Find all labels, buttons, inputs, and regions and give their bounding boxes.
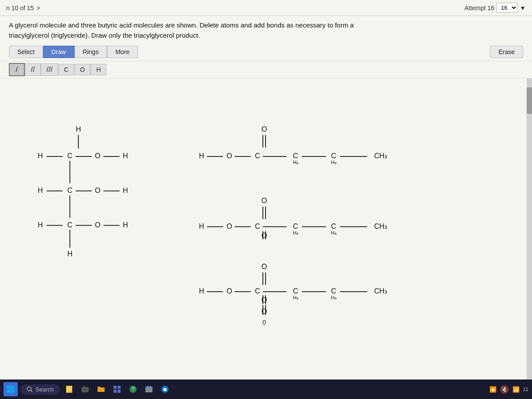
taskbar-edge-icon[interactable] (158, 383, 172, 396)
taskbar: Search (0, 379, 532, 399)
svg-point-11 (84, 388, 87, 391)
drawing-area[interactable]: .atom { font-family: Arial, sans-serif; … (0, 78, 532, 379)
vertical-scrollbar[interactable] (527, 78, 532, 379)
ba2-o-top: O (262, 196, 267, 204)
ba2-c2: C (293, 222, 298, 230)
ba2-h3-sub: H₂ (331, 230, 336, 235)
ba3-h: H (199, 287, 204, 295)
ba1-o: O (227, 152, 232, 160)
attempt-label: Attempt 16 (464, 4, 494, 12)
chevron-up-icon[interactable]: 🔼 (489, 386, 497, 393)
question-number: n 10 of 15 (6, 4, 34, 12)
svg-text:?: ? (132, 386, 135, 392)
single-bond-button[interactable]: / (9, 63, 25, 76)
select-button[interactable]: Select (9, 46, 43, 58)
ba3-o-bot: O (262, 296, 267, 304)
ba2-ch3: CH₃ (374, 222, 387, 230)
file-icon (65, 385, 74, 394)
chevron-icon[interactable]: > (36, 4, 40, 12)
svg-rect-13 (113, 386, 117, 389)
glycerol-o3: O (95, 221, 101, 229)
glycerol-o2: O (95, 186, 101, 194)
attempt-info: Attempt 16 16 15 14 ▼ (464, 3, 526, 13)
glycerol-h-top: H (76, 125, 81, 133)
triple-bond-button[interactable]: /// (41, 63, 58, 76)
svg-line-5 (31, 391, 33, 392)
taskbar-camera-icon[interactable] (78, 383, 92, 396)
ba3-o: O (227, 287, 232, 295)
more-button[interactable]: More (107, 46, 138, 58)
taskbar-file-icon[interactable] (63, 383, 76, 396)
ba1-h3-sub: H₂ (331, 160, 336, 165)
search-label: Search (35, 386, 54, 393)
ba2-c3: C (331, 222, 336, 230)
question-panel: n 10 of 15 > Attempt 16 16 15 14 ▼ A gly… (0, 0, 532, 379)
ba3-h2-sub: H₂ (293, 295, 298, 300)
taskbar-folder-icon[interactable] (94, 383, 108, 396)
top-bar: n 10 of 15 > Attempt 16 16 15 14 ▼ (0, 0, 532, 16)
start-button[interactable] (4, 382, 18, 396)
time-value: 11 (523, 387, 528, 392)
ba3-c3: C (331, 287, 336, 295)
svg-rect-15 (113, 390, 117, 393)
scrollbar-thumb[interactable] (527, 87, 532, 114)
ba3-c-carbonyl: C (255, 287, 260, 295)
main-toolbar: Select Draw Rings More Erase (0, 43, 532, 61)
taskbar-search-bar[interactable]: Search (20, 384, 60, 395)
taskbar-right-area: 🔼 🔇 📶 11 (489, 385, 528, 394)
ba3-o-top: O (262, 262, 267, 270)
atom-o-button[interactable]: O (74, 64, 90, 75)
attempt-dropdown[interactable]: 16 15 14 (496, 3, 518, 13)
bond-atom-toolbar: / // /// C O H (0, 61, 532, 78)
svg-rect-3 (11, 390, 15, 393)
rings-button[interactable]: Rings (74, 46, 107, 58)
calendar-icon (145, 385, 153, 394)
taskbar-calendar-icon[interactable] (142, 383, 156, 396)
ba1-c3: C (331, 152, 336, 160)
draw-button[interactable]: Draw (43, 46, 74, 58)
double-bond-button[interactable]: // (25, 63, 41, 76)
glycerol-c2: C (67, 186, 73, 194)
ba3-label-bottom: 0 (262, 319, 266, 326)
glycerol-o1: O (95, 152, 101, 160)
taskbar-help-icon[interactable]: ? (126, 383, 140, 396)
atom-c-button[interactable]: C (58, 64, 74, 75)
molecule-diagram: .atom { font-family: Arial, sans-serif; … (0, 78, 532, 379)
ba2-h: H (199, 222, 204, 230)
svg-rect-22 (150, 386, 151, 387)
ba3-ch3: CH₃ (374, 287, 387, 295)
grid-icon (113, 385, 121, 394)
ba3-o-btm: O (262, 307, 267, 315)
svg-rect-20 (145, 387, 153, 388)
ba2-o-bot: O (262, 231, 267, 239)
glycerol-hbot: H (67, 250, 73, 258)
svg-point-4 (27, 387, 31, 391)
svg-rect-12 (83, 386, 85, 387)
svg-rect-0 (7, 386, 11, 389)
glycerol-h3r: H (123, 221, 128, 229)
dropdown-icon: ▼ (520, 4, 526, 12)
ba2-o: O (227, 222, 232, 230)
taskbar-grid-icon[interactable] (110, 383, 124, 396)
folder-icon (97, 385, 106, 394)
ba2-h2-sub: H₂ (293, 230, 298, 235)
glycerol-h3: H (38, 221, 43, 229)
search-icon (27, 386, 33, 392)
camera-icon (81, 385, 90, 394)
atom-h-button[interactable]: H (90, 64, 106, 75)
volume-icon[interactable]: 🔇 (500, 385, 509, 394)
erase-button[interactable]: Erase (490, 46, 523, 58)
ba1-h: H (199, 152, 204, 160)
ba1-ch3: CH₃ (374, 152, 387, 160)
ba1-c-carbonyl: C (255, 152, 260, 160)
edge-icon (160, 385, 169, 394)
network-icon[interactable]: 📶 (512, 386, 520, 393)
glycerol-h1: H (38, 152, 43, 160)
glycerol-h2r: H (123, 186, 128, 194)
svg-rect-16 (117, 390, 121, 393)
help-icon: ? (129, 385, 137, 394)
question-text-block: A glycerol molecule and three butyric ac… (0, 16, 532, 43)
glycerol-c1: C (67, 152, 73, 160)
time-display: 11 (523, 387, 528, 392)
svg-rect-14 (117, 386, 121, 389)
